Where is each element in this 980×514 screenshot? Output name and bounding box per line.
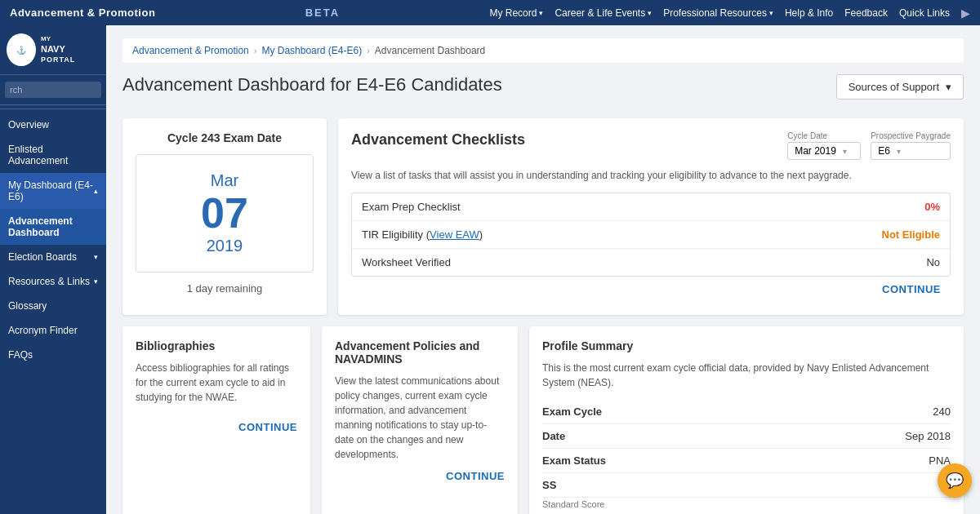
sidebar-search-container [0, 75, 106, 105]
nav-scroll-indicator: ▶ [961, 7, 970, 20]
policies-continue-link[interactable]: CONTINUE [446, 470, 505, 482]
chevron-down-icon: ▾ [539, 9, 543, 17]
breadcrumb: Advancement & Promotion › My Dashboard (… [122, 38, 964, 63]
sidebar-item-overview[interactable]: Overview [0, 113, 106, 137]
policies-text: View the latest communications about pol… [335, 374, 505, 462]
breadcrumb-separator: › [254, 46, 257, 55]
profile-description: This is the most current exam cycle offi… [542, 361, 951, 390]
checklist-description: View a list of tasks that will assist yo… [351, 168, 951, 183]
breadcrumb-separator: › [367, 46, 370, 55]
sidebar-divider [0, 109, 106, 109]
exam-month: Mar [211, 171, 238, 190]
sidebar-item-label: Glossary [8, 300, 47, 312]
chevron-down-icon: ▾ [648, 9, 652, 17]
view-eaw-link[interactable]: View EAW [430, 228, 479, 241]
sidebar-item-advancement-dashboard[interactable]: Advancement Dashboard [0, 209, 106, 245]
sources-of-support-button[interactable]: Sources of Support ▾ [836, 74, 964, 100]
breadcrumb-dashboard[interactable]: My Dashboard (E4-E6) [261, 45, 362, 56]
chevron-down-icon: ▾ [94, 253, 98, 261]
exam-day: 07 [201, 190, 248, 237]
cycle-date-select[interactable]: Mar 2019 ▾ [787, 142, 861, 160]
profile-row-date: Date Sep 2018 [542, 424, 951, 449]
policies-title: Advancement Policies and NAVADMINS [335, 339, 505, 366]
days-remaining: 1 day remaining [136, 282, 314, 295]
paygrade-label: Prospective Paygrade [871, 131, 951, 140]
profile-row-exam-cycle: Exam Cycle 240 [542, 400, 951, 424]
exam-date-card: Cycle 243 Exam Date Mar 07 2019 1 day re… [122, 118, 327, 315]
logo-navy: NAVY [41, 43, 75, 55]
sidebar-item-faqs[interactable]: FAQs [0, 343, 106, 367]
policies-card: Advancement Policies and NAVADMINS View … [322, 326, 518, 514]
checklist-item-label: Worksheet Verified [362, 256, 451, 268]
breadcrumb-current: Advancement Dashboard [375, 45, 485, 56]
checklist-item-value: 0% [924, 201, 940, 213]
nav-beta-label: BETA [305, 7, 340, 19]
profile-row-label: Date [542, 430, 565, 442]
checklist-continue-link[interactable]: CONTINUE [351, 277, 951, 302]
logo-emblem: ⚓ [7, 33, 36, 66]
checklist-row-worksheet: Worksheet Verified No [352, 249, 950, 276]
paygrade-select[interactable]: E6 ▾ [871, 142, 951, 160]
checklist-item-label: TIR Eligibility (View EAW) [362, 228, 483, 241]
nav-help-info[interactable]: Help & Info [785, 7, 833, 19]
sidebar-item-glossary[interactable]: Glossary [0, 294, 106, 318]
checklist-card: Advancement Checklists Cycle Date Mar 20… [338, 118, 964, 315]
checklist-items: Exam Prep Checklist 0% TIR Eligibility (… [351, 193, 951, 277]
bottom-row: Bibliographies Access bibliographies for… [122, 326, 964, 514]
checklist-row-tir: TIR Eligibility (View EAW) Not Eligible [352, 221, 950, 249]
checklist-item-value: Not Eligible [882, 228, 941, 241]
sidebar-item-label: Overview [8, 119, 49, 131]
checklist-title: Advancement Checklists [351, 131, 525, 148]
sources-label: Sources of Support [849, 81, 939, 93]
sidebar-item-acronym[interactable]: Acronym Finder [0, 318, 106, 343]
bibliographies-card: Bibliographies Access bibliographies for… [122, 326, 310, 514]
sidebar-item-my-dashboard[interactable]: My Dashboard (E4-E6) ▴ [0, 173, 106, 209]
top-navigation: Advancement & Promotion BETA My Record ▾… [0, 0, 980, 25]
sidebar-logo: ⚓ MY NAVY PORTAL [0, 25, 106, 75]
profile-row-ss: SS - [542, 473, 951, 498]
chat-button[interactable]: 💬 [938, 463, 972, 498]
profile-row-label: Exam Status [542, 454, 606, 467]
logo-text: MY NAVY PORTAL [41, 35, 75, 64]
chevron-up-icon: ▴ [94, 187, 98, 195]
sidebar-item-label: Advancement Dashboard [8, 215, 98, 238]
profile-summary-card: Profile Summary This is the most current… [529, 326, 964, 514]
profile-title: Profile Summary [542, 339, 951, 352]
chevron-down-icon: ▾ [94, 277, 98, 286]
standard-score-label: Standard Score [542, 499, 951, 509]
sidebar-item-label: Election Boards [8, 251, 77, 263]
chevron-down-icon: ▾ [843, 147, 847, 156]
sidebar-item-label: FAQs [8, 349, 33, 361]
logo-my: MY [41, 35, 75, 43]
checklist-item-label: Exam Prep Checklist [362, 201, 461, 213]
checklist-header: Advancement Checklists Cycle Date Mar 20… [351, 131, 951, 160]
sidebar-item-election-boards[interactable]: Election Boards ▾ [0, 245, 106, 269]
nav-professional-resources[interactable]: Professional Resources ▾ [663, 7, 773, 19]
sidebar-item-enlisted[interactable]: Enlisted Advancement [0, 137, 106, 173]
bib-title: Bibliographies [136, 339, 297, 352]
breadcrumb-advancement[interactable]: Advancement & Promotion [132, 45, 249, 56]
nav-links: My Record ▾ Career & Life Events ▾ Profe… [489, 7, 970, 20]
logo-portal: PORTAL [41, 55, 75, 65]
profile-row-value: Sep 2018 [905, 430, 951, 442]
nav-my-record[interactable]: My Record ▾ [489, 7, 543, 19]
sidebar-item-label: Enlisted Advancement [8, 144, 98, 166]
nav-feedback[interactable]: Feedback [844, 7, 888, 19]
nav-career-events[interactable]: Career & Life Events ▾ [555, 7, 652, 19]
cycle-date-control: Cycle Date Mar 2019 ▾ [787, 131, 861, 160]
chevron-down-icon: ▾ [769, 9, 773, 17]
profile-row-value: 240 [933, 405, 951, 418]
checklist-controls: Cycle Date Mar 2019 ▾ Prospective Paygra… [787, 131, 951, 160]
sidebar: ⚓ MY NAVY PORTAL Overview Enlisted Advan… [0, 25, 106, 514]
page-title: Advancement Dashboard for E4-E6 Candidat… [122, 74, 502, 95]
checklist-item-value: No [926, 256, 940, 268]
nav-quick-links[interactable]: Quick Links [899, 7, 950, 19]
chat-icon: 💬 [946, 472, 964, 490]
nav-app-title: Advancement & Promotion [10, 7, 155, 19]
sidebar-item-resources-links[interactable]: Resources & Links ▾ [0, 269, 106, 294]
search-input[interactable] [5, 82, 101, 98]
sidebar-item-label: Acronym Finder [8, 325, 78, 336]
bib-continue-link[interactable]: CONTINUE [238, 421, 297, 433]
exam-date-title: Cycle 243 Exam Date [136, 131, 314, 144]
sidebar-item-label: My Dashboard (E4-E6) [8, 179, 94, 202]
